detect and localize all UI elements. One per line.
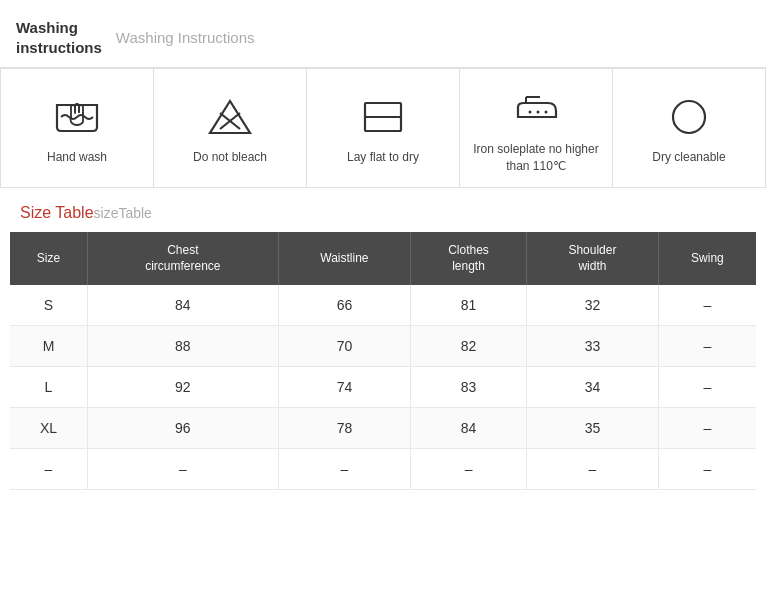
size-table-body: S84668132–M88708233–L92748334–XL96788435…	[10, 285, 756, 490]
cell-clothes_length: –	[411, 449, 527, 490]
cell-size: M	[10, 326, 87, 367]
cell-shoulder_width: 33	[527, 326, 659, 367]
table-row: S84668132–	[10, 285, 756, 326]
header-title-bold: Washing instructions	[16, 18, 102, 57]
hand-wash-icon	[50, 95, 104, 139]
cell-clothes_length: 81	[411, 285, 527, 326]
svg-point-7	[537, 111, 540, 114]
washing-item-no-bleach: Do not bleach	[154, 69, 307, 187]
cell-swing: –	[658, 326, 756, 367]
col-waistline: Waistline	[278, 232, 410, 286]
cell-shoulder_width: 32	[527, 285, 659, 326]
cell-waistline: –	[278, 449, 410, 490]
iron-label: Iron soleplate no higher than 110℃	[468, 141, 604, 175]
hand-wash-label: Hand wash	[47, 149, 107, 166]
cell-shoulder_width: 34	[527, 367, 659, 408]
cell-clothes_length: 83	[411, 367, 527, 408]
washing-item-iron: Iron soleplate no higher than 110℃	[460, 69, 613, 187]
col-shoulder-width: Shoulder width	[527, 232, 659, 286]
washing-item-hand-wash: Hand wash	[1, 69, 154, 187]
cell-shoulder_width: 35	[527, 408, 659, 449]
cell-chest: –	[87, 449, 278, 490]
cell-waistline: 66	[278, 285, 410, 326]
cell-swing: –	[658, 285, 756, 326]
cell-swing: –	[658, 408, 756, 449]
cell-swing: –	[658, 367, 756, 408]
cell-clothes_length: 82	[411, 326, 527, 367]
dry-clean-icon	[662, 95, 716, 139]
no-bleach-label: Do not bleach	[193, 149, 267, 166]
cell-waistline: 78	[278, 408, 410, 449]
col-clothes-length: Clothes length	[411, 232, 527, 286]
header-title-light: Washing Instructions	[116, 29, 255, 46]
washing-item-dry-clean: Dry cleanable	[613, 69, 765, 187]
no-bleach-icon	[203, 95, 257, 139]
svg-point-8	[545, 111, 548, 114]
svg-point-6	[529, 111, 532, 114]
cell-clothes_length: 84	[411, 408, 527, 449]
cell-chest: 96	[87, 408, 278, 449]
table-row: ––––––	[10, 449, 756, 490]
cell-waistline: 70	[278, 326, 410, 367]
cell-chest: 88	[87, 326, 278, 367]
col-swing: Swing	[658, 232, 756, 286]
flat-dry-icon	[356, 95, 410, 139]
cell-size: –	[10, 449, 87, 490]
size-section-title: Size TablesizeTable	[20, 204, 756, 222]
dry-clean-label: Dry cleanable	[652, 149, 725, 166]
table-row: XL96788435–	[10, 408, 756, 449]
cell-chest: 92	[87, 367, 278, 408]
cell-swing: –	[658, 449, 756, 490]
flat-dry-label: Lay flat to dry	[347, 149, 419, 166]
svg-point-9	[673, 101, 705, 133]
cell-shoulder_width: –	[527, 449, 659, 490]
col-chest: Chest circumference	[87, 232, 278, 286]
washing-section: Hand wash Do not bleach	[0, 68, 766, 188]
iron-icon	[509, 87, 563, 131]
cell-chest: 84	[87, 285, 278, 326]
col-size: Size	[10, 232, 87, 286]
size-section: Size TablesizeTable Size Chest circumfer…	[0, 204, 766, 491]
washing-item-flat-dry: Lay flat to dry	[307, 69, 460, 187]
table-row: M88708233–	[10, 326, 756, 367]
cell-size: XL	[10, 408, 87, 449]
cell-size: S	[10, 285, 87, 326]
size-table: Size Chest circumference Waistline Cloth…	[10, 232, 756, 491]
table-row: L92748334–	[10, 367, 756, 408]
cell-size: L	[10, 367, 87, 408]
washing-icons-row: Hand wash Do not bleach	[1, 69, 765, 187]
table-header-row: Size Chest circumference Waistline Cloth…	[10, 232, 756, 286]
cell-waistline: 74	[278, 367, 410, 408]
page-header: Washing instructions Washing Instruction…	[0, 0, 766, 68]
